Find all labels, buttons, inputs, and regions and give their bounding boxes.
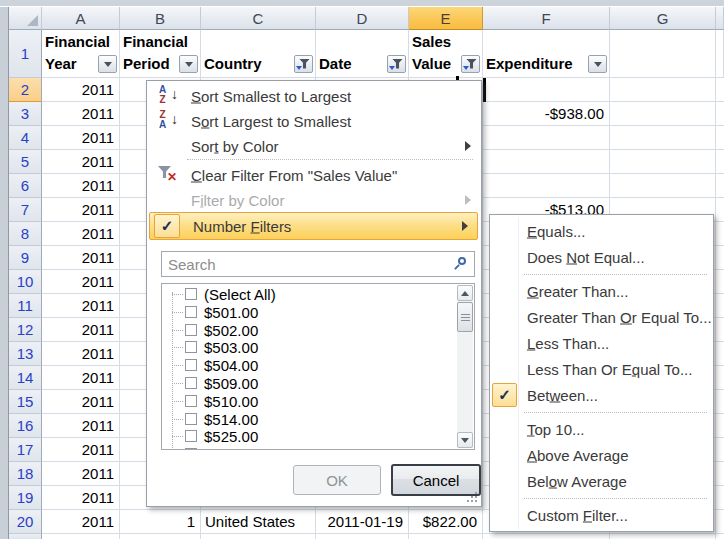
- submenu-item-equals[interactable]: Equals...: [491, 218, 712, 244]
- cell-H18[interactable]: [716, 462, 724, 486]
- row-header-1[interactable]: 1: [9, 30, 42, 78]
- header-cell-C1[interactable]: Country: [201, 30, 316, 78]
- cell-G3[interactable]: [610, 102, 716, 126]
- column-header-B[interactable]: B: [120, 7, 201, 30]
- filter-value-item-510-00[interactable]: $510.00: [162, 393, 452, 411]
- row-header-5[interactable]: 5: [9, 150, 42, 174]
- cell-B20[interactable]: 1: [120, 510, 201, 534]
- filter-value-item-502-00[interactable]: $502.00: [162, 322, 452, 340]
- cell-A2[interactable]: 2011: [42, 78, 120, 102]
- cell-H19[interactable]: [716, 486, 724, 510]
- menu-item-sort-largest-to-smallest[interactable]: Sort Largest to SmallestZA↓: [148, 108, 480, 133]
- column-header-E[interactable]: E: [409, 7, 483, 30]
- cell-G2[interactable]: [610, 78, 716, 102]
- menu-item-clear-filter-from-sales-value[interactable]: Clear Filter From "Sales Value"✕: [148, 162, 480, 187]
- cell-H5[interactable]: [716, 150, 724, 174]
- checkbox[interactable]: [185, 430, 197, 442]
- cell-A7[interactable]: 2011: [42, 198, 120, 222]
- row-header-9[interactable]: 9: [9, 246, 42, 270]
- cell-H6[interactable]: [716, 174, 724, 198]
- submenu-item-above-average[interactable]: Above Average: [491, 442, 712, 468]
- checkbox[interactable]: [185, 377, 197, 389]
- header-cell-B1[interactable]: FinancialPeriod: [120, 30, 201, 78]
- column-header-F[interactable]: F: [483, 7, 610, 30]
- header-cell-G1[interactable]: [610, 30, 716, 78]
- submenu-item-between[interactable]: Between...: [491, 382, 712, 408]
- cell-A6[interactable]: 2011: [42, 174, 120, 198]
- cell-A11[interactable]: 2011: [42, 294, 120, 318]
- cell-E20[interactable]: $822.00: [409, 510, 483, 534]
- filter-value-item-503-00[interactable]: $503.00: [162, 339, 452, 357]
- cell-A5[interactable]: 2011: [42, 150, 120, 174]
- column-header-D[interactable]: D: [316, 7, 409, 30]
- cell-H16[interactable]: [716, 414, 724, 438]
- cell-F5[interactable]: [483, 150, 610, 174]
- filter-button-sales-value[interactable]: [461, 55, 480, 73]
- column-header-G[interactable]: G: [610, 7, 716, 30]
- header-cell-A1[interactable]: FinancialYear: [42, 30, 120, 78]
- cell-A3[interactable]: 2011: [42, 102, 120, 126]
- header-cell-partial1[interactable]: [716, 30, 724, 78]
- cell-H14[interactable]: [716, 366, 724, 390]
- cell-H12[interactable]: [716, 318, 724, 342]
- row-header-18[interactable]: 18: [9, 462, 42, 486]
- cell-F4[interactable]: [483, 126, 610, 150]
- row-header-14[interactable]: 14: [9, 366, 42, 390]
- cell-H3[interactable]: [716, 102, 724, 126]
- search-input[interactable]: [161, 251, 475, 277]
- dropdown-button-financial-year[interactable]: [98, 55, 117, 73]
- filter-value-item-504-00[interactable]: $504.00: [162, 357, 452, 375]
- cell-F3[interactable]: -$938.00: [483, 102, 610, 126]
- checkbox[interactable]: [185, 288, 197, 300]
- cell-F2[interactable]: [483, 78, 610, 102]
- cell-H11[interactable]: [716, 294, 724, 318]
- cell-F6[interactable]: [483, 174, 610, 198]
- submenu-item-greater-than-or-equal-to[interactable]: Greater Than Or Equal To...: [491, 304, 712, 330]
- column-header-partial[interactable]: [716, 7, 724, 30]
- row-header-2[interactable]: 2: [9, 78, 42, 102]
- filter-value-item-514-00[interactable]: $514.00: [162, 411, 452, 429]
- select-all-corner[interactable]: [9, 7, 42, 30]
- cell-H17[interactable]: [716, 438, 724, 462]
- cell-H9[interactable]: [716, 246, 724, 270]
- filter-value-item-501-00[interactable]: $501.00: [162, 304, 452, 322]
- menu-item-sort-smallest-to-largest[interactable]: Sort Smallest to LargestAZ↓: [148, 83, 480, 108]
- checkbox[interactable]: [185, 341, 197, 353]
- value-list-scrollbar[interactable]: [457, 285, 473, 448]
- cell-H20[interactable]: [716, 510, 724, 534]
- checkbox[interactable]: [185, 413, 197, 425]
- row-header-15[interactable]: 15: [9, 390, 42, 414]
- row-header-7[interactable]: 7: [9, 198, 42, 222]
- filter-value-item-509-00[interactable]: $509.00: [162, 375, 452, 393]
- row-header-3[interactable]: 3: [9, 102, 42, 126]
- menu-item-filter-by-color[interactable]: Filter by Color: [148, 187, 480, 212]
- menu-item-sort-by-color[interactable]: Sort by Color: [148, 133, 480, 158]
- cell-A4[interactable]: 2011: [42, 126, 120, 150]
- cell-A10[interactable]: 2011: [42, 270, 120, 294]
- cell-C20[interactable]: United States: [201, 510, 316, 534]
- row-header-6[interactable]: 6: [9, 174, 42, 198]
- dropdown-button-financial-period[interactable]: [179, 55, 198, 73]
- scroll-thumb[interactable]: [457, 302, 473, 332]
- dropdown-button-expenditure[interactable]: [588, 55, 607, 73]
- checkbox[interactable]: [185, 395, 197, 407]
- scroll-down-button[interactable]: [457, 432, 473, 448]
- submenu-item-less-than[interactable]: Less Than...: [491, 330, 712, 356]
- row-header-13[interactable]: 13: [9, 342, 42, 366]
- row-header-16[interactable]: 16: [9, 414, 42, 438]
- cell-H8[interactable]: [716, 222, 724, 246]
- checkbox[interactable]: [185, 324, 197, 336]
- row-header-8[interactable]: 8: [9, 222, 42, 246]
- cell-A15[interactable]: 2011: [42, 390, 120, 414]
- scroll-up-button[interactable]: [457, 285, 473, 301]
- column-header-A[interactable]: A: [42, 7, 120, 30]
- cell-A13[interactable]: 2011: [42, 342, 120, 366]
- row-header-11[interactable]: 11: [9, 294, 42, 318]
- checkbox[interactable]: [185, 306, 197, 318]
- submenu-item-does-not-equal[interactable]: Does Not Equal...: [491, 244, 712, 270]
- ok-button[interactable]: OK: [293, 465, 381, 495]
- submenu-item-greater-than[interactable]: Greater Than...: [491, 278, 712, 304]
- filter-value-list[interactable]: (Select All)$501.00$502.00$503.00$504.00…: [161, 283, 475, 450]
- cell-G5[interactable]: [610, 150, 716, 174]
- filter-value-item-select-all[interactable]: (Select All): [162, 286, 452, 304]
